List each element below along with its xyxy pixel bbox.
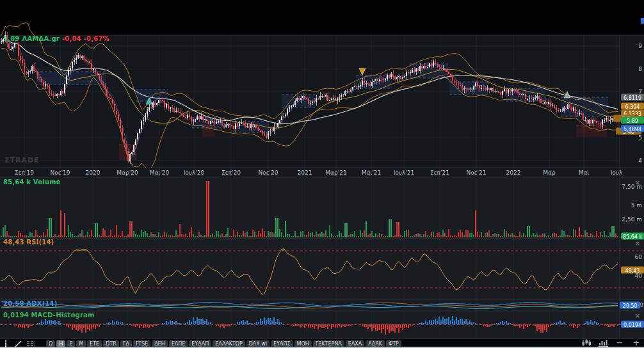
toolbar-button-3[interactable]: Μ: [76, 340, 86, 347]
x-axis-label: Μαρ'20: [117, 170, 138, 176]
platform-watermark: ΣTRADE: [4, 156, 40, 164]
price-badge: 85,64 k: [621, 233, 644, 240]
x-axis-label: Σεπ'19: [15, 170, 34, 176]
axis-label: 5,89: [627, 118, 638, 124]
rsi-legend: 48,43 RSI(14): [3, 239, 54, 246]
x-axis-label: Μαι'21: [362, 170, 382, 176]
axis-label: 6,8119: [624, 95, 641, 101]
price-badge: 6,394: [621, 103, 644, 110]
toolbar-buttons: ΩΗΕΜΕΤΕDTRΓΔFTSEΔΕΗΕΛΠΕΕΥΔΑΠΕΛΛΑΚΤΩΡDAX.…: [46, 340, 401, 347]
axis-label: 85,64 k: [623, 234, 642, 240]
price-badge: 6,8119: [621, 94, 644, 101]
symbol-legend: 5,89ΛΑΜΔΑ.gr-0,04-0,67%: [3, 35, 112, 42]
axis-label: 8: [638, 66, 642, 72]
zoom-out-icon[interactable]: −: [615, 338, 625, 347]
x-axis-label: Σεπ'21: [430, 170, 449, 176]
toolbar-button-18[interactable]: ΦΤΡ: [386, 340, 401, 347]
x-axis-label: Μαι'20: [150, 170, 170, 176]
zoom-in-icon[interactable]: +: [631, 338, 641, 347]
axis-label: 20,50: [623, 303, 638, 309]
toolbar-button-1[interactable]: Η: [56, 340, 65, 347]
axis-label: 5,4894: [624, 127, 641, 132]
draw-pencil-icon[interactable]: [13, 340, 24, 347]
trading-chart-app: { "header": {"price":"5,89","symbol":"ΛΑ…: [0, 0, 644, 348]
x-axis-label: Ιουλ'21: [394, 170, 415, 176]
toolbar-button-8[interactable]: ΔΕΗ: [152, 340, 168, 347]
axis-label: 48,43: [625, 268, 640, 274]
toolbar-button-17[interactable]: ΑΔΑΚ: [366, 340, 385, 347]
close-rsi-panel-button[interactable]: ×: [635, 240, 640, 247]
x-axis-label: Ιουλ: [611, 170, 623, 176]
axis-label: 5 m: [631, 202, 642, 209]
toolbar-button-0[interactable]: Ω: [46, 340, 55, 347]
toolbar-button-13[interactable]: ΕΥΑΠΣ: [271, 340, 293, 347]
price-badge: 5,4894: [621, 125, 644, 132]
x-axis-label: Νοε'21: [466, 170, 486, 176]
price-badge: 5,89: [621, 117, 644, 124]
adx-legend: 20,50 ADX(14): [3, 300, 58, 307]
axis-label: 0,0194: [624, 322, 641, 328]
info-icon[interactable]: [0, 340, 11, 347]
toolbar-button-12[interactable]: DAX.wi: [246, 340, 270, 347]
x-axis-label: Μαρ'21: [325, 170, 346, 176]
volume-histogram-icon[interactable]: [598, 338, 608, 347]
price-change: -0,04: [62, 35, 81, 42]
candlestick-chart-icon[interactable]: [581, 338, 592, 347]
axis-label: 6,394: [625, 104, 640, 110]
toolbar-button-7[interactable]: FTSE: [133, 340, 150, 347]
toolbar-button-16[interactable]: ΕΛΧΑ: [346, 340, 364, 347]
x-axis-label: Νοε'19: [50, 170, 70, 176]
toolbar-button-14[interactable]: ΜΟΗ: [294, 340, 312, 347]
symbol-name: ΛΑΜΔΑ.gr: [22, 35, 59, 42]
price-badge: 20,50: [620, 302, 640, 309]
toolbar-button-6[interactable]: ΓΔ: [120, 340, 132, 347]
x-axis-label: 2021: [298, 170, 312, 176]
volume-legend: 85,64 k Volume: [3, 178, 61, 186]
x-axis-label: Μαι: [579, 170, 590, 176]
axis-label: 60: [635, 254, 643, 260]
axis-label: 9: [638, 43, 642, 49]
x-axis-label: Ιουλ'20: [184, 170, 205, 176]
toolbar-button-4[interactable]: ΕΤΕ: [87, 340, 102, 347]
chart-canvas[interactable]: Σεπ'19Νοε'192020Μαρ'20Μαι'20Ιουλ'20Σεπ'2…: [0, 0, 644, 339]
indicators-list-icon[interactable]: [26, 340, 36, 347]
price-badge: 0,0194: [621, 321, 644, 328]
toolbar-button-9[interactable]: ΕΛΠΕ: [169, 340, 188, 347]
x-axis-label: Σεπ'20: [221, 170, 241, 176]
axis-label: 4: [638, 157, 642, 164]
toolbar-button-5[interactable]: DTR: [103, 340, 119, 347]
chart-view-controls: − +: [581, 338, 641, 347]
x-axis-label: 2022: [506, 170, 521, 176]
price-change-pct: -0,67%: [84, 35, 109, 42]
x-axis-label: Μαρ: [543, 170, 556, 176]
x-axis-label: Νοε'20: [258, 170, 278, 176]
close-macd-panel-button[interactable]: ×: [635, 312, 640, 319]
toolbar-button-2[interactable]: Ε: [67, 340, 75, 347]
axis-label: 2,50 m: [622, 216, 642, 223]
toolbar-button-10[interactable]: ΕΥΔΑΠ: [189, 340, 211, 347]
last-price: 5,89: [3, 35, 19, 42]
x-axis-label: 2020: [86, 170, 101, 176]
toolbar-button-15[interactable]: ΓΕΚΤΕΡΝΑ: [313, 340, 344, 347]
close-volume-panel-button[interactable]: ×: [635, 179, 640, 186]
axis-label: 5: [638, 134, 642, 141]
scrollbar-thumb[interactable]: [641, 18, 644, 24]
toolbar-button-11[interactable]: ΕΛΛΑΚΤΩΡ: [213, 340, 245, 347]
macd-legend: 0,0194 MACD-Histogram: [3, 312, 95, 319]
price-badge: 48,43: [621, 267, 644, 274]
